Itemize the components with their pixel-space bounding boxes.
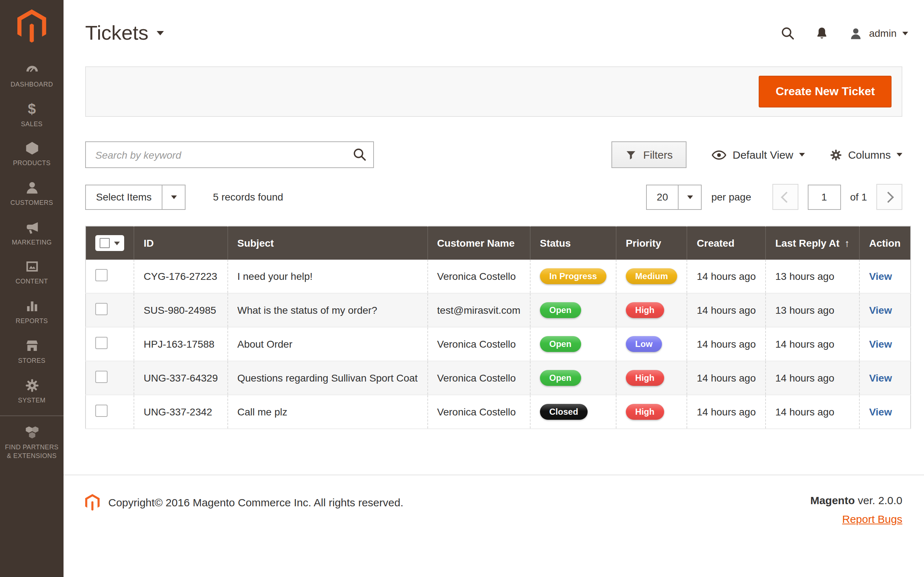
select-items-label: Select Items	[86, 191, 162, 203]
columns-label: Columns	[848, 148, 891, 161]
page-actions-band: Create New Ticket	[85, 66, 902, 117]
ticket-customer: Veronica Costello	[427, 259, 530, 293]
ticket-id: SUS-980-24985	[134, 293, 228, 327]
select-all-checkbox[interactable]	[100, 238, 110, 248]
ticket-subject: Questions regarding Sullivan Sport Coat	[228, 361, 427, 395]
tickets-grid: ID Subject Customer Name Status Priority…	[85, 226, 902, 429]
sales-icon: $	[28, 102, 36, 116]
column-header-action[interactable]: Action	[859, 226, 910, 259]
default-view-toggle[interactable]: Default View	[711, 147, 805, 163]
search-submit-icon[interactable]	[352, 147, 367, 164]
chevron-right-icon	[882, 191, 894, 202]
create-new-ticket-button[interactable]: Create New Ticket	[759, 76, 892, 108]
view-link[interactable]: View	[869, 372, 892, 384]
sidebar-item-label: FIND PARTNERS & EXTENSIONS	[3, 443, 61, 461]
report-bugs-link[interactable]: Report Bugs	[842, 513, 902, 525]
column-header-subject[interactable]: Subject	[228, 226, 427, 259]
table-row: HPJ-163-17588 About Order Veronica Coste…	[86, 327, 910, 361]
brand-name: Magento	[810, 494, 855, 506]
sidebar-item-products[interactable]: PRODUCTS	[0, 134, 63, 174]
chevron-down-icon	[171, 195, 176, 199]
total-pages-label: of 1	[850, 191, 867, 203]
status-badge: Open	[540, 336, 581, 352]
select-all-header	[86, 226, 134, 259]
ticket-last-reply: 14 hours ago	[766, 361, 859, 395]
grid-controls: Select Items 5 records found 20 per page…	[85, 184, 902, 210]
ticket-created: 14 hours ago	[687, 395, 766, 429]
sidebar-item-stores[interactable]: STORES	[0, 332, 63, 371]
ticket-customer: Veronica Costello	[427, 361, 530, 395]
sidebar-item-system[interactable]: SYSTEM	[0, 371, 63, 410]
column-header-id[interactable]: ID	[134, 226, 228, 259]
ticket-created: 14 hours ago	[687, 259, 766, 293]
customers-icon	[24, 180, 39, 195]
search-input[interactable]	[85, 141, 374, 168]
columns-toggle[interactable]: Columns	[829, 148, 902, 161]
ticket-id: CYG-176-27223	[134, 259, 228, 293]
column-header-created[interactable]: Created	[687, 226, 766, 259]
filter-funnel-icon	[625, 149, 637, 161]
admin-username: admin	[869, 27, 897, 39]
sidebar-item-label: STORES	[18, 357, 45, 365]
sidebar-item-customers[interactable]: CUSTOMERS	[0, 174, 63, 213]
sidebar-item-marketing[interactable]: MARKETING	[0, 213, 63, 253]
next-page-button[interactable]	[876, 184, 902, 210]
sidebar-item-label: CONTENT	[16, 278, 48, 286]
title-dropdown-caret-icon[interactable]	[156, 31, 163, 35]
avatar	[848, 26, 863, 41]
per-page-dropdown[interactable]: 20	[646, 184, 702, 210]
magento-admin-page: DASHBOARD $ SALES PRODUCTS CUSTOMERS MAR…	[0, 0, 924, 577]
sort-ascending-icon: ↑	[845, 237, 850, 249]
view-link[interactable]: View	[869, 406, 892, 417]
filters-label: Filters	[643, 148, 673, 161]
main-content: Tickets admin Create New Ticket	[63, 0, 924, 526]
admin-caret-icon	[902, 31, 908, 35]
default-view-label: Default View	[733, 148, 793, 161]
status-badge: Open	[540, 302, 581, 318]
version-text: ver. 2.0.0	[855, 494, 902, 506]
sidebar-item-label: PRODUCTS	[13, 160, 50, 168]
previous-page-button[interactable]	[772, 184, 798, 210]
ticket-created: 14 hours ago	[687, 327, 766, 361]
sidebar-item-label: CUSTOMERS	[10, 199, 53, 207]
magento-footer-logo-icon	[85, 494, 100, 511]
chevron-down-icon	[687, 195, 693, 199]
products-icon	[24, 141, 39, 156]
view-link[interactable]: View	[869, 305, 892, 316]
row-checkbox[interactable]	[95, 371, 108, 383]
column-header-priority[interactable]: Priority	[616, 226, 687, 259]
column-header-last-reply[interactable]: Last Reply At↑	[766, 226, 859, 259]
ticket-customer: Veronica Costello	[427, 327, 530, 361]
sidebar-item-dashboard[interactable]: DASHBOARD	[0, 56, 63, 95]
status-badge: In Progress	[540, 268, 606, 284]
marketing-icon	[24, 220, 39, 235]
page-number-input[interactable]	[808, 184, 841, 210]
column-header-status[interactable]: Status	[530, 226, 616, 259]
extensions-icon	[24, 425, 39, 440]
filters-button[interactable]: Filters	[611, 141, 687, 168]
per-page-value: 20	[647, 191, 678, 203]
row-checkbox[interactable]	[95, 337, 108, 349]
content-icon	[24, 259, 39, 274]
page-title: Tickets	[85, 22, 149, 45]
sidebar-item-sales[interactable]: $ SALES	[0, 95, 63, 134]
notifications-bell-icon[interactable]	[814, 26, 829, 41]
admin-user-menu[interactable]: admin	[848, 26, 908, 41]
sidebar-item-find-partners[interactable]: FIND PARTNERS & EXTENSIONS	[0, 416, 63, 466]
magento-logo-icon[interactable]	[17, 10, 46, 45]
gear-icon	[829, 148, 842, 161]
footer: Copyright© 2016 Magento Commerce Inc. Al…	[63, 475, 924, 526]
row-checkbox[interactable]	[95, 303, 108, 315]
select-all-dropdown[interactable]	[95, 235, 124, 251]
global-search-icon[interactable]	[780, 25, 795, 41]
view-link[interactable]: View	[869, 338, 892, 350]
select-items-dropdown[interactable]: Select Items	[85, 184, 186, 210]
row-checkbox[interactable]	[95, 269, 108, 281]
sidebar-item-content[interactable]: CONTENT	[0, 253, 63, 292]
row-checkbox[interactable]	[95, 405, 108, 417]
view-link[interactable]: View	[869, 271, 892, 282]
column-header-customer[interactable]: Customer Name	[427, 226, 530, 259]
chevron-down-icon	[114, 241, 120, 245]
sidebar-item-reports[interactable]: REPORTS	[0, 292, 63, 331]
copyright-text: Copyright© 2016 Magento Commerce Inc. Al…	[108, 496, 404, 508]
